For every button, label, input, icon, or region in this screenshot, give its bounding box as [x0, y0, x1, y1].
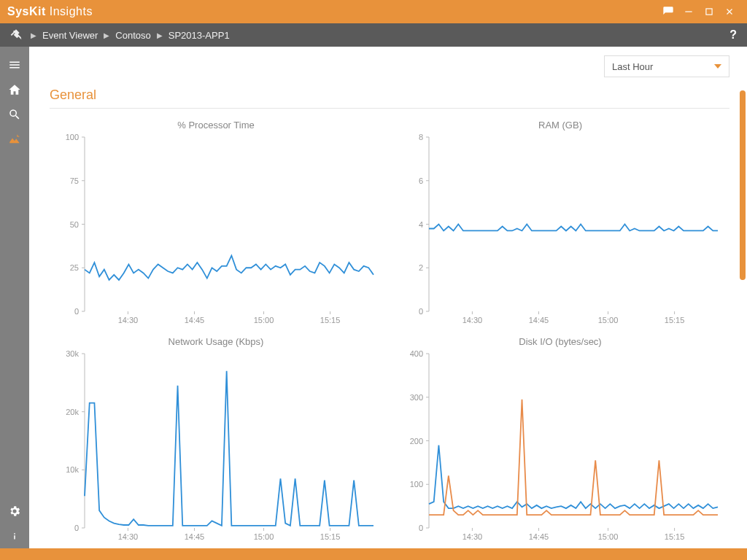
home-icon[interactable]	[0, 77, 29, 102]
svg-text:14:30: 14:30	[118, 316, 139, 324]
svg-text:15:15: 15:15	[320, 316, 341, 324]
chevron-right-icon: ▶	[157, 31, 163, 39]
svg-text:15:15: 15:15	[320, 532, 341, 541]
svg-text:0: 0	[74, 524, 79, 532]
svg-text:15:00: 15:00	[254, 532, 274, 541]
svg-text:14:30: 14:30	[118, 532, 139, 541]
chart-ram: RAM (GB) 0246814:3014:4515:0015:15	[388, 115, 732, 332]
maximize-button[interactable]	[699, 1, 719, 22]
timerange-dropdown[interactable]: Last Hour	[604, 55, 729, 77]
svg-text:4: 4	[419, 220, 423, 229]
section-title: General	[50, 88, 96, 103]
chevron-right-icon: ▶	[104, 31, 109, 39]
svg-text:20k: 20k	[66, 408, 79, 416]
close-button[interactable]	[719, 1, 740, 22]
svg-text:0: 0	[74, 307, 79, 316]
svg-text:6: 6	[419, 176, 423, 185]
svg-text:100: 100	[66, 133, 79, 141]
svg-text:8: 8	[419, 133, 423, 141]
breadcrumb: ▶ Event Viewer ▶ Contoso ▶ SP2013-APP1 ?	[0, 23, 747, 47]
titlebar: SysKit Insights	[0, 0, 747, 23]
svg-rect-0	[685, 11, 692, 12]
scrollbar[interactable]	[740, 90, 746, 280]
footer-bar	[0, 548, 747, 560]
charts-grid: % Processor Time 025507510014:3014:4515:…	[44, 115, 732, 548]
svg-text:14:45: 14:45	[529, 316, 549, 324]
hamburger-icon[interactable]	[0, 52, 29, 77]
gear-icon[interactable]	[0, 499, 29, 524]
svg-text:14:45: 14:45	[185, 532, 205, 541]
breadcrumb-item-1[interactable]: Contoso	[115, 30, 150, 41]
svg-text:15:00: 15:00	[598, 532, 619, 541]
svg-text:15:00: 15:00	[598, 316, 619, 324]
chart-cpu: % Processor Time 025507510014:3014:4515:…	[44, 115, 388, 332]
svg-text:15:15: 15:15	[665, 532, 685, 541]
help-icon[interactable]: ?	[729, 28, 737, 42]
svg-text:400: 400	[410, 349, 423, 358]
main-content: Last Hour General % Processor Time 02550…	[29, 47, 747, 548]
svg-text:0: 0	[419, 524, 423, 532]
feedback-icon[interactable]	[658, 1, 678, 22]
divider	[50, 108, 729, 109]
breadcrumb-item-2[interactable]: SP2013-APP1	[169, 30, 230, 41]
svg-text:200: 200	[410, 437, 423, 446]
chart-title-disk: Disk I/O (bytes/sec)	[388, 332, 732, 347]
svg-text:14:45: 14:45	[529, 532, 549, 541]
chevron-right-icon: ▶	[31, 31, 36, 39]
svg-text:14:45: 14:45	[185, 316, 205, 324]
app-logo: SysKit Insights	[7, 5, 93, 18]
svg-text:10k: 10k	[66, 465, 79, 474]
search-icon[interactable]	[0, 102, 29, 127]
svg-text:14:30: 14:30	[462, 532, 483, 541]
chart-net: Network Usage (Kbps) 010k20k30k14:3014:4…	[44, 332, 388, 548]
svg-text:15:00: 15:00	[254, 316, 274, 324]
chart-disk: Disk I/O (bytes/sec) 010020030040014:301…	[388, 332, 732, 548]
app-name-bold: SysKit	[7, 5, 46, 18]
svg-text:0: 0	[419, 307, 423, 316]
svg-text:15:15: 15:15	[665, 316, 685, 324]
svg-text:50: 50	[70, 220, 79, 229]
svg-text:14:30: 14:30	[462, 316, 483, 324]
chart-title-net: Network Usage (Kbps)	[44, 332, 388, 347]
svg-text:25: 25	[70, 263, 79, 272]
chevron-down-icon	[714, 64, 721, 69]
chart-title-ram: RAM (GB)	[388, 115, 732, 131]
performance-icon[interactable]	[0, 127, 29, 152]
tools-icon[interactable]	[10, 28, 22, 42]
svg-text:100: 100	[410, 480, 423, 489]
svg-rect-1	[706, 9, 712, 15]
svg-text:300: 300	[410, 393, 423, 402]
chart-title-cpu: % Processor Time	[44, 115, 388, 131]
svg-text:2: 2	[419, 263, 423, 272]
app-name-light: Insights	[50, 5, 93, 18]
timerange-label: Last Hour	[612, 61, 653, 72]
minimize-button[interactable]	[678, 1, 699, 22]
breadcrumb-item-0[interactable]: Event Viewer	[42, 30, 98, 41]
svg-text:30k: 30k	[66, 349, 79, 358]
svg-text:75: 75	[70, 176, 79, 185]
sidebar	[0, 47, 29, 548]
info-icon[interactable]	[0, 524, 29, 548]
